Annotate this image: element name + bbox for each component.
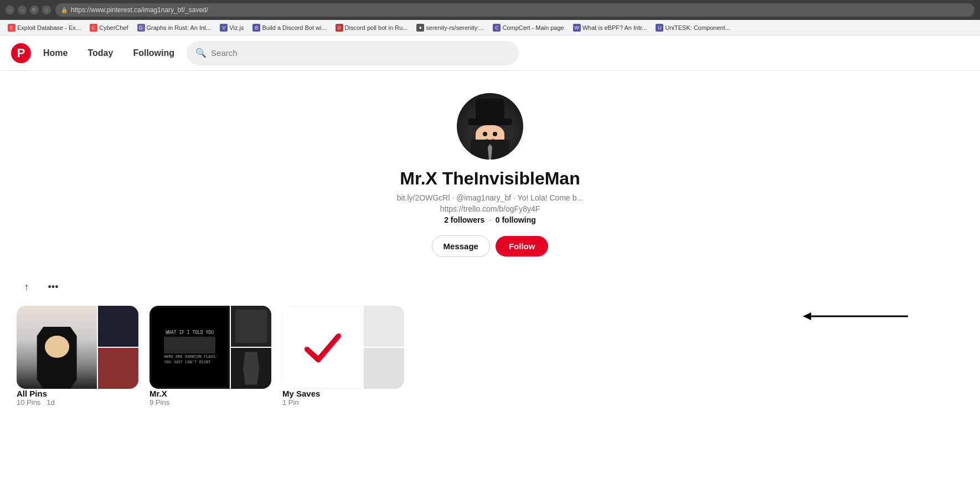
board-pin-count: 10 Pins [17, 398, 40, 407]
bookmark-label: Viz.js [229, 24, 244, 31]
profile-name: Mr.X TheInvisibleMan [400, 168, 580, 189]
nav-following[interactable]: Following [125, 44, 182, 63]
board-main-image [282, 306, 363, 389]
forward-button[interactable]: → [18, 6, 27, 14]
following-label: following [502, 215, 535, 224]
bookmark-graphs[interactable]: G Graphs in Rust: An Int... [134, 23, 215, 33]
bookmark-label: Graphs in Rust: An Int... [147, 24, 212, 31]
board-pin-count: 9 Pins [149, 398, 169, 407]
right-eye [493, 132, 497, 136]
reload-button[interactable]: ↻ [30, 6, 39, 14]
search-bar[interactable]: 🔍 [187, 41, 519, 65]
board-sub-image-2 [231, 348, 271, 389]
board-title: All Pins [17, 389, 138, 398]
board-meta: 1 Pin [282, 398, 404, 407]
bookmark-favicon: W [573, 24, 581, 32]
board-card-mysaves[interactable]: My Saves 1 Pin [282, 306, 404, 407]
url-text: https://www.pinterest.ca/imag1nary_bf/_s… [71, 6, 208, 14]
svg-marker-0 [803, 312, 811, 320]
browser-controls: ← → ↻ ⌂ [6, 6, 51, 14]
bookmark-label: What is eBPF? An Intr... [582, 24, 647, 31]
board-sub-image-1 [98, 306, 138, 347]
logo-letter: P [17, 46, 25, 60]
address-bar[interactable]: 🔒 https://www.pinterest.ca/imag1nary_bf/… [55, 3, 974, 17]
bookmark-label: Exploit Database - Ex... [17, 24, 81, 31]
bookmark-discord-poll[interactable]: D Discord poll bot in Ru... [332, 23, 411, 33]
profile-actions: Message Follow [432, 235, 549, 257]
home-button[interactable]: ⌂ [42, 6, 51, 14]
board-sub-image-1 [364, 306, 404, 347]
board-sub-image-2 [98, 348, 138, 389]
bookmark-unitesk[interactable]: U UniTESK: Component... [652, 23, 733, 33]
bookmark-favicon: C [90, 24, 97, 32]
avatar-figure [457, 93, 523, 160]
board-sub-image-2 [364, 348, 404, 389]
board-meta: 9 Pins [149, 398, 271, 407]
arrow-annotation [803, 302, 914, 332]
bookmark-exploit[interactable]: E Exploit Database - Ex... [4, 23, 84, 33]
hat [468, 100, 512, 125]
bookmark-label: Build a Discord Bot wi... [262, 24, 326, 31]
board-main-image [17, 306, 97, 389]
bookmark-label: serenity-rs/serenity:... [426, 24, 484, 31]
left-eye [483, 132, 487, 136]
follow-button[interactable]: Follow [496, 236, 549, 256]
checkmark-svg [301, 325, 345, 369]
bookmark-favicon: C [493, 24, 501, 32]
page-wrapper: Mr.X TheInvisibleMan bit.ly/2OWGcRl · @i… [0, 71, 980, 429]
board-card-allpins[interactable]: All Pins 10 Pins 1d [17, 306, 138, 407]
bookmarks-bar: E Exploit Database - Ex... C CyberChef G… [0, 20, 980, 35]
bookmark-favicon: G [137, 24, 145, 32]
suit [471, 140, 509, 160]
board-title: My Saves [282, 389, 404, 398]
bookmark-favicon: U [656, 24, 663, 32]
bookmark-favicon: B [252, 24, 260, 32]
bookmark-compcert[interactable]: C CompCert - Main page [489, 23, 567, 33]
more-options-button[interactable]: ••• [43, 277, 63, 297]
board-thumbnail-mysaves [282, 306, 404, 389]
bookmark-favicon: E [8, 24, 16, 32]
pinterest-logo[interactable]: P [11, 43, 31, 63]
hat-brim [468, 119, 512, 125]
bookmark-favicon: ● [416, 24, 424, 32]
hat-top [476, 99, 504, 119]
profile-bio-line1: bit.ly/2OWGcRl · @imag1nary_bf · Yo! Lol… [397, 193, 583, 202]
bookmark-vizjs[interactable]: V Viz.js [216, 23, 247, 33]
followers-count[interactable]: 2 [444, 215, 448, 224]
bookmark-ebpf[interactable]: W What is eBPF? An Intr... [570, 23, 651, 33]
pinterest-nav: P Home Today Following 🔍 [0, 35, 980, 71]
profile-stats: 2 followers · 0 following [444, 215, 536, 224]
share-icon: ↑ [24, 281, 29, 293]
board-actions-toolbar: ↑ ••• [0, 268, 980, 306]
browser-chrome: ← → ↻ ⌂ 🔒 https://www.pinterest.ca/imag1… [0, 0, 980, 20]
board-age: 1d [47, 398, 54, 407]
bookmark-label: UniTESK: Component... [665, 24, 730, 31]
followers-label: followers [451, 215, 484, 224]
bookmark-label: Discord poll bot in Ru... [345, 24, 408, 31]
bookmark-discord-build[interactable]: B Build a Discord Bot wi... [249, 23, 329, 33]
message-button[interactable]: Message [432, 235, 490, 257]
board-title: Mr.X [149, 389, 271, 398]
board-pin-count: 1 Pin [282, 398, 299, 407]
eyes [483, 132, 497, 136]
back-button[interactable]: ← [6, 6, 14, 14]
bookmark-serenity[interactable]: ● serenity-rs/serenity:... [413, 23, 487, 33]
board-meta: 10 Pins 1d [17, 398, 138, 407]
nav-today[interactable]: Today [80, 44, 121, 63]
nav-home[interactable]: Home [35, 44, 75, 63]
tie [488, 144, 492, 160]
board-thumbnail-allpins [17, 306, 138, 389]
search-icon: 🔍 [195, 48, 207, 58]
lock-icon: 🔒 [61, 7, 68, 13]
bookmark-cyberchef[interactable]: C CyberChef [86, 23, 132, 33]
profile-section: Mr.X TheInvisibleMan bit.ly/2OWGcRl · @i… [0, 71, 980, 268]
board-card-mrx[interactable]: WHAT IF I TOLD YOU HERE ARE DARKCON FLAG… [149, 306, 271, 407]
bookmark-label: CyberChef [99, 24, 128, 31]
more-icon: ••• [48, 281, 59, 293]
bookmark-label: CompCert - Main page [502, 24, 564, 31]
bookmark-favicon: V [220, 24, 228, 32]
share-button[interactable]: ↑ [17, 277, 37, 297]
following-count[interactable]: 0 [496, 215, 500, 224]
search-input[interactable] [211, 48, 510, 58]
board-main-image: WHAT IF I TOLD YOU HERE ARE DARKCON FLAG… [149, 306, 230, 389]
